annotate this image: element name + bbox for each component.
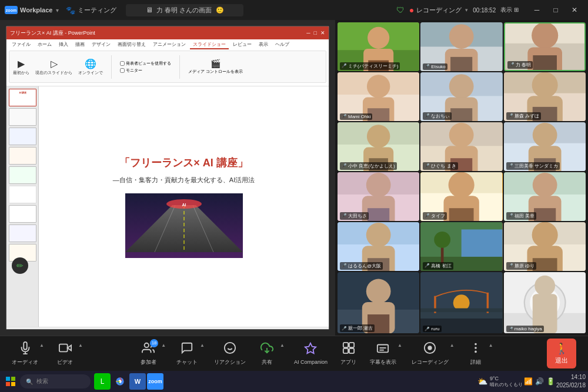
ppt-body: AI講座 「フリーランス× AI 講座」 — [6, 86, 329, 327]
ribbon-media[interactable]: 🎬 メディア コントロールを表示 — [188, 59, 243, 75]
toolbar-center: 18 参加者 ▲ チャット ▲ — [136, 341, 493, 366]
slide-thumb-1[interactable]: AI講座 — [9, 89, 36, 106]
participant-name: 🎤 三田美香 サンダミカ — [506, 162, 560, 170]
audio-arrow[interactable]: ▲ — [39, 343, 44, 348]
mic-icon: 🎤 — [342, 63, 347, 68]
ppt-maximize[interactable]: □ — [314, 30, 317, 36]
tab-home[interactable]: ホーム — [35, 41, 55, 49]
recording-badge: ● レコーディング ▾ — [409, 5, 468, 15]
chat-arrow[interactable]: ▲ — [200, 343, 205, 348]
participant-tile: 🎤 ひぐち まき — [420, 122, 502, 171]
ribbon-btn-online[interactable]: 🌐 オンラインで — [78, 58, 103, 76]
tab-animation[interactable]: アニメーション — [150, 41, 189, 49]
participants-arrow[interactable]: ▲ — [161, 343, 166, 348]
share-arrow[interactable]: ▲ — [280, 343, 285, 348]
audio-label: オーディオ — [12, 359, 38, 366]
ribbon-btn-start[interactable]: ▶ 最初から — [13, 58, 29, 76]
chat-label: チャット — [176, 359, 198, 366]
ribbon-btn-current[interactable]: ▷ 現在のスライドから — [35, 58, 72, 76]
ribbon-checkbox1[interactable]: 発表者ビューを使用する — [120, 61, 171, 66]
caption-arrow[interactable]: ▲ — [397, 343, 402, 348]
mic-icon: 🎤 — [425, 327, 430, 331]
taskbar-search[interactable]: 🔍 検索 — [20, 374, 91, 388]
tab-help[interactable]: ヘルプ — [272, 41, 292, 49]
maximize-btn[interactable]: □ — [547, 4, 564, 16]
participant-name: 🎤 maiko hagiya — [506, 326, 544, 332]
chat-btn[interactable]: チャット — [175, 341, 199, 366]
svg-rect-16 — [450, 57, 472, 71]
slide-thumb-7[interactable] — [9, 205, 36, 223]
tab-file[interactable]: ファイル — [9, 41, 34, 49]
zoom-logo: zoom Workplace — [5, 6, 52, 14]
slide-counter: スライド 1/45 日本語 — [10, 329, 49, 330]
participants-btn[interactable]: 18 参加者 — [136, 341, 160, 366]
svg-rect-66 — [534, 208, 556, 221]
taskbar-clock[interactable]: 14:10 2025/02/18 — [556, 373, 586, 390]
volume-icon[interactable]: 🔊 — [535, 377, 544, 386]
slide-thumb-6[interactable] — [9, 186, 36, 203]
more-btn[interactable]: 詳細 — [464, 341, 487, 366]
tab-design[interactable]: デザイン — [89, 41, 113, 49]
close-btn[interactable]: ✕ — [566, 4, 583, 16]
mic-icon: 🎤 — [342, 163, 347, 168]
video-btn[interactable]: ビデオ — [54, 341, 77, 366]
tab-view[interactable]: 表示 — [256, 41, 271, 49]
start-btn[interactable] — [2, 373, 19, 390]
ribbon-checkbox2[interactable]: モニター — [120, 68, 171, 73]
ppt-window: フリーランス× AI 講座 - PowerPoint ─ □ ✕ ファイル ホー… — [6, 26, 329, 330]
tab-insert[interactable]: 挿入 — [56, 41, 71, 49]
leave-btn[interactable]: 🚶 退出 — [547, 339, 576, 368]
chat-btn-group: チャット ▲ — [175, 341, 205, 366]
edit-icon[interactable]: ✏ — [12, 257, 28, 274]
slide-thumb-2[interactable] — [9, 108, 36, 126]
slide-thumb-4[interactable] — [9, 147, 36, 165]
taskbar-app-chrome[interactable] — [112, 373, 128, 390]
taskbar-app-line[interactable]: L — [94, 373, 111, 390]
mic-icon: 🎤 — [508, 327, 513, 331]
toolbar: オーディオ ▲ ビデオ ▲ — [0, 336, 588, 392]
tab-slideshow[interactable]: スライドショー — [190, 41, 229, 49]
display-btn[interactable]: 表示 ⊞ — [500, 6, 519, 14]
slide-thumb-8[interactable] — [9, 225, 36, 242]
taskbar-app-zoom[interactable]: zoom — [147, 373, 163, 390]
tab-draw[interactable]: 描画 — [72, 41, 88, 49]
slide-thumb-3[interactable] — [9, 128, 36, 145]
slide-thumb-5[interactable] — [9, 166, 36, 184]
network-icon[interactable]: 📶 — [524, 377, 533, 386]
ppt-close[interactable]: ✕ — [320, 30, 325, 36]
svg-rect-56 — [368, 208, 389, 221]
apps-btn[interactable]: アプリ — [337, 341, 360, 366]
more-btn-group: 詳細 ▲ — [464, 341, 493, 366]
ppt-minimize[interactable]: ─ — [306, 30, 310, 36]
participant-tile: 🎤 大田ちさ — [338, 172, 419, 221]
caption-icon — [376, 341, 389, 357]
share-btn[interactable]: 共有 — [255, 341, 279, 366]
toolbar-left: オーディオ ▲ ビデオ ▲ — [12, 341, 83, 366]
slides-panel: AI講座 — [6, 86, 39, 327]
recording-arrow[interactable]: ▲ — [450, 343, 455, 348]
slide-image: AI — [125, 193, 243, 258]
svg-rect-61 — [449, 208, 474, 221]
caption-label: 字幕を表示 — [370, 359, 396, 366]
accessibility-status: アクセシビリティ: 検討が必要です — [151, 329, 215, 330]
taskbar-app-word[interactable]: W — [129, 373, 146, 390]
participant-tile: 🎤 タイフ — [420, 172, 502, 221]
caption-btn[interactable]: 字幕を表示 — [370, 341, 396, 366]
tab-transitions[interactable]: 画面切り替え — [115, 41, 149, 49]
tab-review[interactable]: レビュー — [230, 41, 255, 49]
participant-tile: 🎤 三田美香 サンダミカ — [504, 122, 586, 171]
participant-tile: 🎤 小中 良恵(なかよしえ) — [338, 122, 419, 171]
reaction-btn[interactable]: リアクション — [214, 341, 246, 366]
minimize-btn[interactable]: ─ — [528, 4, 546, 16]
recording-btn[interactable]: レコーディング — [412, 341, 449, 366]
more-arrow[interactable]: ▲ — [489, 343, 493, 348]
ai-companion-btn[interactable]: AI Companion — [294, 342, 328, 365]
chevron-icon[interactable]: ▾ — [56, 7, 59, 14]
mic-icon: 🎤 — [425, 263, 430, 268]
video-btn-group: ビデオ ▲ — [54, 341, 83, 366]
audio-btn[interactable]: オーディオ — [12, 341, 38, 366]
svg-point-84 — [366, 279, 391, 303]
video-arrow[interactable]: ▲ — [78, 343, 83, 348]
taskbar-apps: L W zoom — [94, 373, 163, 390]
svg-point-44 — [449, 123, 474, 148]
